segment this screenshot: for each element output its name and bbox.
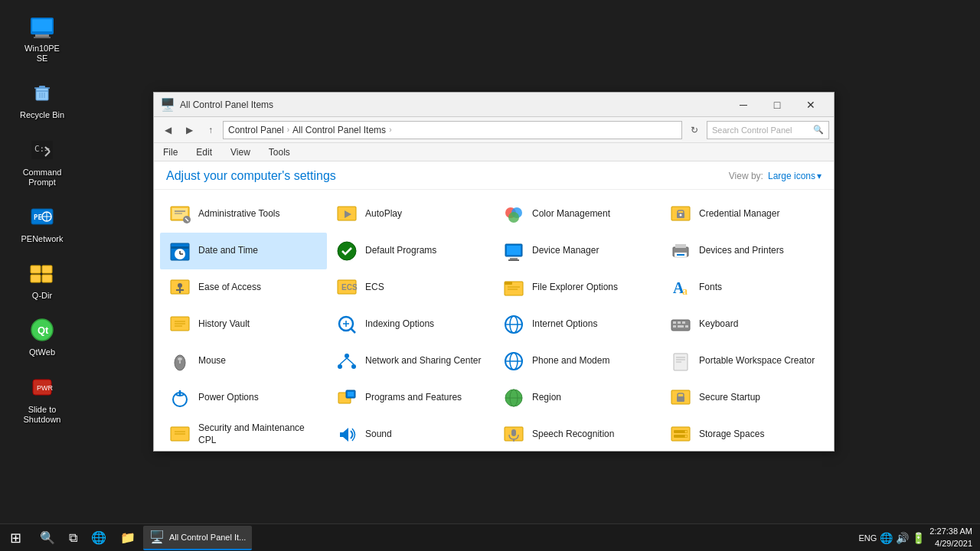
panel-item-secure-startup[interactable]: Secure Startup — [661, 380, 828, 416]
panel-item-devices-and-printers[interactable]: Devices and Printers — [661, 233, 828, 269]
panel-item-label: Color Management — [532, 208, 610, 220]
desktop-icon-slide-to-shutdown[interactable]: PWR Slide to Shutdown — [15, 369, 69, 428]
svg-rect-1 — [32, 19, 52, 31]
panel-item-storage-spaces[interactable]: Storage Spaces — [661, 416, 828, 451]
back-button[interactable]: ◀ — [158, 121, 177, 139]
panel-item-programs-and-features[interactable]: Programs and Features — [327, 380, 494, 416]
svg-rect-118 — [511, 429, 516, 436]
taskbar-explorer[interactable]: 📁 — [114, 526, 142, 550]
up-button[interactable]: ↑ — [201, 121, 220, 139]
svg-text:a: a — [682, 285, 688, 297]
taskbar-task-view[interactable]: ⧉ — [63, 526, 83, 550]
panel-item-ease-of-access[interactable]: Ease of Access — [160, 269, 327, 306]
panel-item-administrative-tools[interactable]: Administrative Tools — [160, 196, 327, 233]
minimize-button[interactable]: ─ — [727, 93, 760, 117]
panel-item-credential-manager[interactable]: Credential Manager — [661, 196, 828, 233]
taskbar-search[interactable]: 🔍 — [34, 526, 61, 550]
svg-rect-84 — [673, 325, 676, 328]
desktop-icon-image: C:> — [27, 135, 57, 165]
view-by-dropdown[interactable]: Large icons ▾ — [768, 171, 822, 181]
svg-rect-85 — [678, 325, 684, 328]
panel-item-icon — [168, 422, 192, 447]
taskbar-edge[interactable]: 🌐 — [85, 526, 113, 550]
desktop-icon-penetwork[interactable]: PE PENetwork — [15, 198, 69, 247]
panel-item-ecs[interactable]: ECS ECS — [327, 269, 494, 306]
panel-item-phone-and-modem[interactable]: Phone and Modem — [494, 343, 661, 380]
menu-edit[interactable]: Edit — [193, 145, 215, 159]
taskbar-clock[interactable]: 2:27:38 AM 4/29/2021 — [929, 526, 972, 549]
panel-item-portable-workspace-creator[interactable]: Portable Workspace Creator — [661, 343, 828, 380]
panel-item-network-and-sharing-center[interactable]: Network and Sharing Center — [327, 343, 494, 380]
panel-item-label: Speech Recognition — [532, 429, 614, 441]
desktop-icon-image: PE — [27, 201, 57, 232]
search-box[interactable]: Search Control Panel 🔍 — [707, 121, 829, 139]
panel-item-label: Security and Maintenance CPL — [198, 422, 319, 446]
view-by-value-text: Large icons — [768, 171, 815, 181]
panel-item-label: Programs and Features — [365, 392, 462, 404]
menu-tools[interactable]: Tools — [266, 145, 293, 159]
panel-item-label: Internet Options — [532, 318, 597, 331]
panel-item-default-programs[interactable]: Default Programs — [327, 233, 494, 269]
svg-point-92 — [351, 364, 356, 369]
forward-button[interactable]: ▶ — [180, 121, 198, 139]
content-header: Adjust your computer's settings View by:… — [154, 161, 834, 190]
desktop-icon-label: Q-Dir — [32, 291, 52, 301]
desktop-icon-win10pe-se[interactable]: Win10PE SE — [15, 8, 69, 67]
volume-icon[interactable]: 🔊 — [896, 532, 909, 544]
desktop-icon-qtweb[interactable]: Qt QtWeb — [15, 311, 69, 360]
panel-item-icon: Aa — [668, 276, 693, 300]
battery-icon[interactable]: 🔋 — [912, 532, 925, 544]
items-container: Administrative Tools AutoPlay Color Mana… — [154, 190, 834, 451]
svg-point-90 — [345, 354, 349, 358]
desktop-icon-command-prompt[interactable]: C:> Command Prompt — [15, 132, 69, 191]
panel-item-sound[interactable]: Sound — [327, 416, 494, 451]
desktop-icon-q-dir[interactable]: Q-Dir — [15, 255, 69, 304]
breadcrumb[interactable]: Control Panel › All Control Panel Items … — [223, 121, 682, 139]
svg-rect-81 — [673, 321, 676, 324]
close-button[interactable]: ✕ — [794, 93, 828, 117]
panel-item-date-and-time[interactable]: Date and Time — [160, 233, 327, 269]
panel-item-indexing-options[interactable]: Indexing Options — [327, 306, 494, 343]
panel-item-mouse[interactable]: Mouse — [160, 343, 327, 380]
desktop-icon-recycle-bin[interactable]: Recycle Bin — [15, 74, 69, 123]
panel-item-icon — [668, 202, 693, 227]
refresh-button[interactable]: ↻ — [685, 121, 704, 139]
taskbar-control-panel[interactable]: 🖥️ All Control Panel It... — [143, 526, 252, 550]
panel-item-label: Portable Workspace Creator — [699, 355, 815, 367]
panel-item-file-explorer-options[interactable]: File Explorer Options — [494, 269, 661, 306]
panel-item-power-options[interactable]: Power Options — [160, 380, 327, 416]
svg-rect-23 — [42, 275, 52, 282]
panel-item-color-management[interactable]: Color Management — [494, 196, 661, 233]
panel-item-label: Phone and Modem — [532, 355, 609, 367]
maximize-button[interactable]: □ — [760, 93, 794, 117]
address-bar: ◀ ▶ ↑ Control Panel › All Control Panel … — [154, 117, 834, 143]
panel-item-keyboard[interactable]: Keyboard — [661, 306, 828, 343]
panel-item-autoplay[interactable]: AutoPlay — [327, 196, 494, 233]
panel-item-label: Ease of Access — [198, 282, 261, 294]
panel-item-history-vault[interactable]: History Vault — [160, 306, 327, 343]
clock-date: 4/29/2021 — [929, 538, 972, 549]
panel-item-icon — [501, 349, 526, 373]
control-panel-window: 🖥️ All Control Panel Items ─ □ ✕ ◀ ▶ ↑ C… — [153, 92, 835, 452]
panel-item-region[interactable]: Region — [494, 380, 661, 416]
taskbar-items: 🔍 ⧉ 🌐 📁 🖥️ All Control Panel It... — [31, 526, 851, 550]
desktop-icon-image — [27, 77, 57, 108]
panel-item-device-manager[interactable]: Device Manager — [494, 233, 661, 269]
menu-bar: File Edit View Tools — [154, 143, 834, 161]
panel-item-fonts[interactable]: Aa Fonts — [661, 269, 828, 306]
menu-view[interactable]: View — [227, 145, 253, 159]
search-placeholder: Search Control Panel — [712, 126, 792, 135]
desktop-icon-label: Command Prompt — [18, 168, 66, 187]
panel-item-speech-recognition[interactable]: Speech Recognition — [494, 416, 661, 451]
svg-point-48 — [338, 242, 356, 260]
task-view-icon: ⧉ — [69, 531, 77, 545]
panel-item-label: Secure Startup — [699, 392, 760, 404]
panel-item-internet-options[interactable]: Internet Options — [494, 306, 661, 343]
svg-rect-21 — [31, 275, 41, 282]
systray: ENG 🌐 🔊 🔋 2:27:38 AM 4/29/2021 — [851, 526, 981, 549]
panel-item-security-and-maintenance-cpl[interactable]: Security and Maintenance CPL — [160, 416, 327, 451]
start-button[interactable]: ⊞ — [0, 524, 31, 552]
svg-marker-116 — [340, 428, 348, 442]
menu-file[interactable]: File — [160, 145, 181, 159]
network-icon[interactable]: 🌐 — [880, 532, 893, 544]
